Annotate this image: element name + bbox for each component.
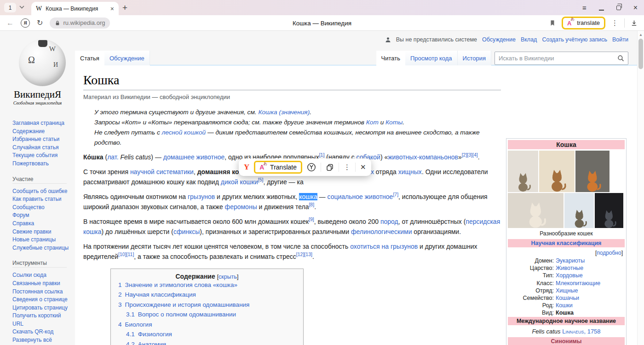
sidebar-link[interactable]: Развернуть всё bbox=[12, 336, 72, 345]
new-tab-button[interactable]: + bbox=[122, 2, 127, 14]
sidebar-link[interactable]: Служебные страницы bbox=[12, 244, 72, 252]
personal-link[interactable]: Вклад bbox=[521, 36, 537, 43]
sidebar-link[interactable]: Текущие события bbox=[12, 152, 72, 160]
download-icon[interactable] bbox=[631, 19, 638, 27]
wikipedia-globe-logo[interactable]: Ω W И bbox=[19, 39, 66, 86]
wiki-link[interactable]: лат. bbox=[107, 153, 118, 161]
browser-tab[interactable]: W Кошка — Википедия × bbox=[31, 2, 119, 15]
taxonomy-value[interactable]: Хордовые bbox=[556, 272, 625, 279]
wiki-link[interactable]: научной систематики bbox=[130, 168, 194, 175]
reference-link[interactable]: [9] bbox=[309, 216, 314, 222]
tab-counter[interactable]: 1 bbox=[4, 3, 16, 12]
sidebar-link[interactable]: Новые страницы bbox=[12, 236, 72, 244]
wiki-link[interactable]: Кот bbox=[366, 119, 379, 126]
sidebar-link[interactable]: Как править статьи bbox=[12, 195, 72, 204]
wiki-link[interactable]: дикой кошки bbox=[221, 178, 258, 186]
bookmark-icon[interactable] bbox=[549, 19, 556, 27]
wiki-link[interactable]: охотиться на грызунов bbox=[350, 243, 418, 250]
url-field[interactable]: ru.wikipedia.org bbox=[50, 18, 110, 29]
cat-photo[interactable] bbox=[539, 151, 575, 192]
cat-photo[interactable] bbox=[508, 193, 564, 228]
wiki-link[interactable]: Кошка (значения) bbox=[258, 109, 310, 116]
sidebar-link[interactable]: Заглавная страница bbox=[12, 119, 72, 128]
cat-photo[interactable] bbox=[564, 193, 594, 228]
taxonomy-value[interactable]: Млекопитающие bbox=[556, 280, 625, 287]
reference-link[interactable]: [5] bbox=[258, 177, 264, 182]
sidebar-link[interactable]: Получить короткий URL bbox=[12, 312, 72, 328]
sidebar-link[interactable]: Свежие правки bbox=[12, 228, 72, 236]
reference-link[interactable]: [1] bbox=[319, 152, 325, 158]
reference-link[interactable]: [12][13] bbox=[296, 251, 312, 257]
sidebar-link[interactable]: Сообщить об ошибке bbox=[12, 187, 72, 196]
scroll-up-icon[interactable]: ▲ bbox=[638, 31, 644, 38]
taxonomy-value[interactable]: Кошачьи bbox=[556, 294, 625, 302]
toc-item[interactable]: 1Значение и этимология слова «кошка» bbox=[117, 280, 297, 290]
sidebar-link[interactable]: Сведения о странице bbox=[12, 296, 72, 304]
sidebar-link[interactable]: Цитировать страницу bbox=[12, 304, 72, 312]
tab-talk[interactable]: Обсуждение bbox=[104, 51, 150, 65]
scrollbar-thumb[interactable] bbox=[638, 39, 643, 69]
sidebar-link[interactable]: Содержание bbox=[12, 128, 72, 136]
taxonomy-value[interactable]: Эукариоты bbox=[556, 257, 625, 264]
copy-icon[interactable] bbox=[326, 163, 334, 171]
chevron-down-icon[interactable] bbox=[19, 6, 24, 9]
taxonomy-value[interactable]: Кошка bbox=[556, 309, 625, 316]
wiki-link[interactable]: феромоны bbox=[225, 203, 257, 211]
cat-photo[interactable] bbox=[595, 193, 623, 228]
sidebar-link[interactable]: Пожертвовать bbox=[12, 160, 72, 168]
sidebar-link[interactable]: Связанные правки bbox=[12, 280, 72, 288]
yandex-logo-icon[interactable]: Y bbox=[244, 163, 249, 172]
sidebar-link[interactable]: Сообщество bbox=[12, 204, 72, 212]
cat-photo[interactable] bbox=[508, 151, 538, 192]
popup-close-icon[interactable]: ✕ bbox=[360, 163, 366, 171]
toc-item[interactable]: 4.2Анатомия bbox=[117, 339, 297, 345]
wiki-link[interactable]: фелинологическими bbox=[351, 228, 412, 235]
toc-toggle[interactable]: [скрыть] bbox=[217, 273, 239, 280]
reload-icon[interactable]: ↻ bbox=[37, 19, 43, 27]
toc-item[interactable]: 2Научная классификация bbox=[117, 290, 297, 300]
details-link[interactable]: [подробно] bbox=[508, 249, 625, 257]
minimize-icon[interactable] bbox=[599, 5, 604, 11]
tab-read[interactable]: Читать bbox=[376, 51, 405, 65]
cat-photo[interactable] bbox=[575, 151, 610, 192]
toc-item[interactable]: 3.1Вопрос о полном одомашнивании bbox=[117, 310, 297, 320]
reference-link[interactable]: [8] bbox=[309, 202, 314, 207]
tab-article[interactable]: Статья bbox=[75, 51, 104, 65]
wiki-link[interactable]: животных-компаньонов bbox=[388, 153, 458, 161]
tab-history[interactable]: История bbox=[458, 51, 491, 65]
wiki-link[interactable]: лесной кошкой bbox=[162, 129, 206, 136]
wiki-link[interactable]: домашнее животное bbox=[163, 153, 224, 161]
sidebar-link[interactable]: Постоянная ссылка bbox=[12, 288, 72, 296]
sidebar-link[interactable]: Случайная статья bbox=[12, 144, 72, 152]
toc-item[interactable]: 4Биология bbox=[117, 320, 297, 330]
yandex-icon[interactable]: Я bbox=[21, 18, 30, 28]
reference-link[interactable]: [2][3][4] bbox=[462, 152, 478, 158]
search-input[interactable] bbox=[499, 55, 617, 62]
toc-item[interactable]: 3Происхождение и история одомашнивания bbox=[117, 300, 297, 310]
popup-translate-button[interactable]: Aあ Translate bbox=[254, 161, 302, 174]
wiki-link[interactable]: пород bbox=[380, 218, 398, 225]
personal-link[interactable]: Создать учётную запись bbox=[542, 36, 607, 43]
popup-more-icon[interactable]: ⋮ bbox=[344, 163, 351, 171]
reference-link[interactable]: [7] bbox=[393, 192, 398, 197]
classification-header[interactable]: Научная классификация bbox=[508, 239, 625, 247]
personal-link[interactable]: Обсуждение bbox=[482, 36, 516, 43]
wiki-link[interactable]: грызунов bbox=[188, 193, 215, 200]
personal-link[interactable]: Войти bbox=[612, 36, 628, 43]
sidebar-link[interactable]: Скачать QR-код bbox=[12, 328, 72, 336]
sidebar-link[interactable]: Справка bbox=[12, 220, 72, 228]
sidebar-link[interactable]: Ссылки сюда bbox=[12, 271, 72, 280]
window-close-icon[interactable]: × bbox=[633, 4, 638, 12]
back-icon[interactable]: ← bbox=[6, 19, 14, 27]
yandex-search-icon[interactable] bbox=[307, 163, 316, 172]
wiki-link[interactable]: социальное животное bbox=[328, 193, 393, 200]
reference-link[interactable]: [10][11] bbox=[118, 251, 134, 257]
sidebar-link[interactable]: Форум bbox=[12, 211, 72, 220]
wiki-link[interactable]: хищных bbox=[398, 168, 422, 175]
translate-button[interactable]: Aあ translate bbox=[562, 17, 605, 29]
toc-item[interactable]: 4.1Физиология bbox=[117, 329, 297, 339]
more-options-icon[interactable]: ⋮ bbox=[611, 19, 618, 27]
taxonomy-value[interactable]: Хищные bbox=[556, 287, 625, 294]
sidebar-link[interactable]: Избранные статьи bbox=[12, 135, 72, 144]
restore-icon[interactable] bbox=[616, 6, 621, 10]
